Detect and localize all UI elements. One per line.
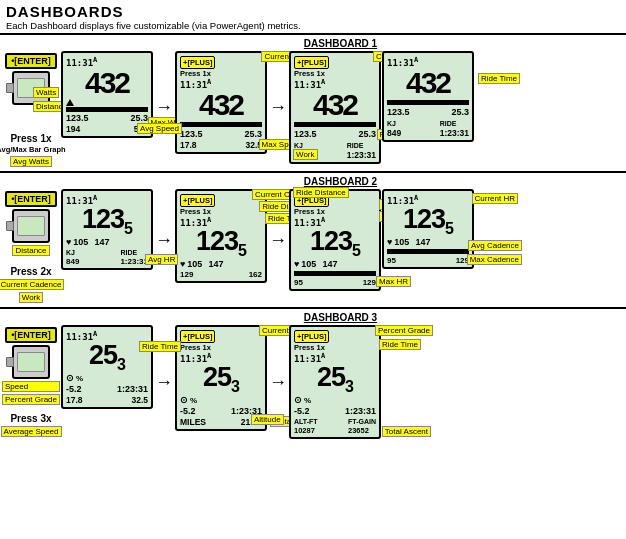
ride-time-ann-d3-3: Ride Time	[379, 339, 421, 350]
dashboard-3-enter-block: •[ENTER] Speed Percent Grade Press 3x Av…	[3, 325, 59, 437]
arrow-1-2-d1: →	[155, 97, 173, 118]
arrow-1-2-d2: →	[155, 230, 173, 251]
arrow-1-2-d3: →	[155, 372, 173, 393]
distance-annotation-d2: Distance	[12, 245, 49, 256]
enter-button-d1[interactable]: •[ENTER]	[5, 53, 57, 69]
device-icon-d3	[12, 345, 50, 379]
max-hr-ann-d2-3: Max HR	[376, 276, 411, 287]
dashboard-2-enter-block: •[ENTER] Distance Press 2x Current Caden…	[3, 189, 59, 303]
device-icon-d2	[12, 209, 50, 243]
avg-watts-label: Avg Watts	[10, 156, 52, 167]
avg-max-label: Avg/Max Bar Graph	[0, 145, 66, 154]
arrow-2-3-d1: →	[269, 97, 287, 118]
work-annotation-d1: Work	[293, 149, 318, 160]
d2-display-1: 11:31A 1235 ♥ 105 147 KJ849 RIDE1:23:31	[61, 189, 153, 270]
plus-button-d2-2[interactable]: +[PLUS]	[180, 194, 215, 207]
altitude-ann-d3-3: Altitude	[251, 414, 284, 425]
dashboard-1-displays: 11:31A 432 123.525.3 194597	[61, 51, 623, 164]
plus-button-d1-2[interactable]: +[PLUS]	[180, 56, 215, 69]
d2-display-2: +[PLUS] Press 1x 11:31A 1235 ♥ 105 147 1…	[175, 189, 267, 283]
page-header: DASHBOARDS Each Dashboard displays five …	[0, 0, 626, 35]
ride-dist-ann-d2-3: Ride Distance	[293, 187, 349, 198]
max-cad-ann-d2-4: Max Cadence	[467, 254, 522, 265]
d2-display-4: 11:31A 1235 ♥ 105 147 95129 Current HR	[382, 189, 474, 269]
pct-grade-annotation-d3: Percent Grade	[2, 394, 60, 405]
avg-hr-ann-d2: Avg HR	[145, 254, 178, 265]
press-label-d3: Press 3x	[10, 413, 51, 424]
dashboard-1-enter-block: •[ENTER] Watts Distance Press 1x Avg/Max…	[3, 51, 59, 167]
plus-button-d1-3[interactable]: +[PLUS]	[294, 56, 329, 69]
plus-button-d3-2[interactable]: +[PLUS]	[180, 330, 215, 343]
current-cadence-label-d2: Current Cadence	[0, 279, 64, 290]
d1-display-3: +[PLUS] Press 1x 11:31A 432 123.525.3 KJ…	[289, 51, 381, 164]
press-label-d2: Press 2x	[10, 266, 51, 277]
dashboard-3-section: DASHBOARD 3 •[ENTER] Speed Percent Grade…	[0, 309, 626, 443]
d2-display-3: +[PLUS] Press 1x 11:31A 1235 ♥ 105 147 9…	[289, 189, 381, 291]
dashboard-2-displays: 11:31A 1235 ♥ 105 147 KJ849 RIDE1:23:31	[61, 189, 623, 291]
total-ascent-ann-d3-3: Total Ascent	[382, 426, 431, 437]
avg-speed-label-d3: Average Speed	[1, 426, 62, 437]
page-subtitle: Each Dashboard displays five customizabl…	[6, 20, 620, 31]
avg-cad-ann-d2-4: Avg Cadence	[468, 240, 522, 251]
ride-time-ann-d3: Ride Time	[139, 341, 181, 352]
dashboard-1-title: DASHBOARD 1	[58, 38, 623, 49]
enter-button-d2[interactable]: •[ENTER]	[5, 191, 57, 207]
press-label-d1: Press 1x	[10, 133, 51, 144]
plus-button-d3-3[interactable]: +[PLUS]	[294, 330, 329, 343]
ride-time-annotation-d1: Ride Time	[478, 73, 520, 84]
speed-annotation-d3: Speed	[2, 381, 60, 392]
page-title: DASHBOARDS	[6, 3, 620, 20]
dashboard-3-displays: 11:31A 253 ⊙ % -5.21:23:31 17.832.5	[61, 325, 623, 439]
pct-grade-ann-d3-3: Percent Grade	[375, 325, 433, 336]
avg-speed-annotation: Avg Speed	[137, 123, 182, 134]
dashboard-1-section: DASHBOARD 1 •[ENTER] Watts Distance Pres…	[0, 35, 626, 173]
d1-display-4: 11:31A 432 123.525.3 KJ849 RIDE1:23:31 R…	[382, 51, 474, 142]
d1-display-2: +[PLUS] Press 1x 11:31A 432 123.525.3 17…	[175, 51, 267, 154]
arrow-2-3-d3: →	[269, 372, 287, 393]
arrow-2-3-d2: →	[269, 230, 287, 251]
dashboard-2-title: DASHBOARD 2	[58, 176, 623, 187]
d3-display-1: 11:31A 253 ⊙ % -5.21:23:31 17.832.5	[61, 325, 153, 409]
dashboard-2-section: DASHBOARD 2 •[ENTER] Distance Press 2x C…	[0, 173, 626, 309]
page-container: DASHBOARDS Each Dashboard displays five …	[0, 0, 626, 443]
dashboard-3-title: DASHBOARD 3	[58, 312, 623, 323]
enter-button-d3[interactable]: •[ENTER]	[5, 327, 57, 343]
d3-display-3: +[PLUS] Press 1x 11:31A 253 ⊙ % -5.21:23…	[289, 325, 381, 439]
watts-annotation: Watts	[33, 87, 59, 98]
current-hr-ann-d2-4: Current HR	[472, 193, 518, 204]
work-label-d2: Work	[19, 292, 44, 303]
